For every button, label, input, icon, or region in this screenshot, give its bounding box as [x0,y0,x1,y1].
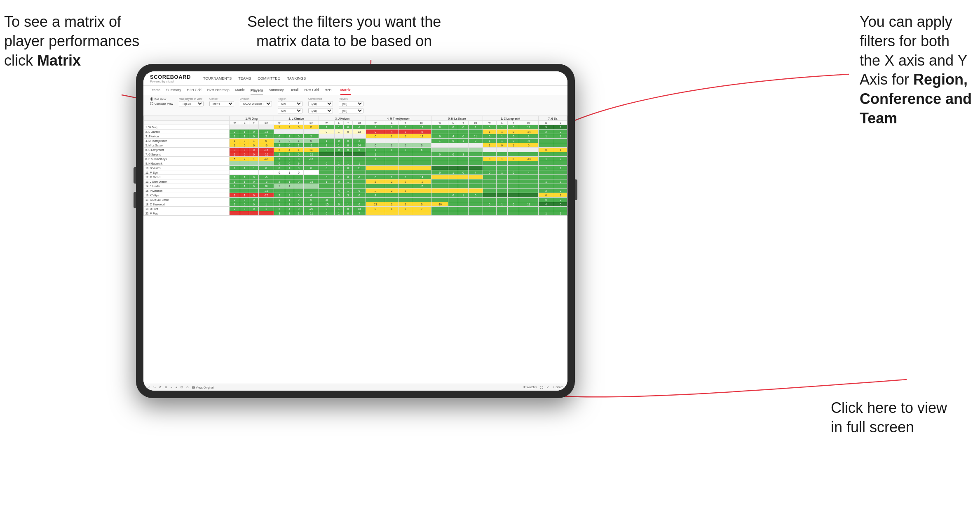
tab-h2h-heatmap[interactable]: H2H Heatmap [207,86,230,95]
toolbar-pointer[interactable]: ⊕ [165,386,167,389]
toolbar-zoom-in[interactable]: + [176,386,177,389]
toolbar-undo[interactable]: ↩ [148,386,150,389]
toolbar-zoom-out[interactable]: − [171,386,172,389]
row-name-4: 4. M Thorbjornsen [144,139,230,143]
gender-select[interactable]: Men's [209,101,234,106]
filter-region: Region N/A N/A [278,97,302,113]
row-name-11: 11. M Ege [144,170,230,175]
tablet-device: SCOREBOARD Powered by clippd TOURNAMENTS… [136,64,575,398]
sub-dif2: Dif [303,121,319,125]
annotation-top-right: You can apply filters for both the X axi… [860,12,972,128]
tab-h2h-2[interactable]: H2H... [325,86,335,95]
radio-full-view[interactable]: Full View [150,97,173,101]
tab-h2h-grid[interactable]: H2H Grid [187,86,201,95]
conference-label: Conference [308,97,333,100]
bottom-toolbar: ↩ ↪ ↺ ⊕ − + ⊡ ⊙ 🖼 View: Original 👁 Watch… [143,384,567,391]
table-row: 7. G Sargent 2 0 0 -16 2 2 0 -15 [144,152,567,157]
col-header-name [144,116,230,121]
sub-dif3: Dif [353,121,366,125]
table-row: 13. J Skov Olesen 1 1 0 -3 2 1 0 -19 1 0… [144,179,567,184]
col-header-6: 6. C Lamprecht [483,116,538,121]
toolbar-refresh[interactable]: ↺ [159,386,162,389]
nav-rankings[interactable]: RANKINGS [286,75,306,81]
sub-l5: L [448,121,458,125]
filter-players: Players (All) (All) [339,97,363,113]
nav-committee[interactable]: COMMITTEE [258,75,280,81]
radio-compact-view[interactable]: Compact View [150,102,173,105]
toolbar-fullscreen[interactable]: ⛶ [540,386,543,389]
tab-matrix-active[interactable]: Matrix [340,86,351,95]
tab-detail[interactable]: Detail [289,86,298,95]
row-name-12: 12. M Riedel [144,175,230,179]
matrix-container[interactable]: 1. W Ding 2. L Clanton 3. J Koivun 4. M … [143,116,567,384]
conference-select[interactable]: (All) [308,101,333,106]
row-name-10: 10. B Valdes [144,166,230,170]
row-name-3: 3. J Koivun [144,134,230,139]
app-header: SCOREBOARD Powered by clippd TOURNAMENTS… [143,71,567,86]
row-name-18: 18. C Sherwood [144,202,230,207]
nav-tournaments[interactable]: TOURNAMENTS [203,75,232,81]
sub-t3: T [343,121,352,125]
row-name-15: 15. P Maichon [144,189,230,193]
row-name-6: 6. C Lamprecht [144,148,230,152]
row-name-7: 7. G Sargent [144,152,230,157]
sub-l4: L [385,121,399,125]
division-select[interactable]: NCAA Division I [240,101,272,106]
region-select-2[interactable]: N/A [278,108,302,113]
max-players-select[interactable]: Top 25 [179,101,204,106]
col-header-5: 5. M La Sasso [431,116,483,121]
tab-matrix-1[interactable]: Matrix [235,86,245,95]
full-view-label: Full View [155,98,166,101]
row-name-17: 17. S De La Fuente [144,198,230,202]
players-label: Players [339,97,363,100]
radio-compact-dot [150,102,153,105]
row-name-20: 20. M Ford [144,211,230,216]
toolbar-view-original[interactable]: 🖼 View: Original [192,386,213,389]
row-name-9: 9. N Gabrelcik [144,161,230,166]
logo-title: SCOREBOARD [150,74,191,80]
filter-max-players: Max players in view Top 25 [179,97,204,106]
sub-col-name [144,121,230,125]
players-select-2[interactable]: (All) [339,108,363,113]
toolbar-share[interactable]: ↗ Share [552,386,563,389]
sub-w4: W [366,121,385,125]
sub-l2: L [285,121,294,125]
row-name-8: 8. P Summerhays [144,157,230,161]
main-nav: TOURNAMENTS TEAMS COMMITTEE RANKINGS [203,75,306,81]
tab-h2h-grid-2[interactable]: H2H Grid [304,86,319,95]
sub-t1: T [249,121,258,125]
nav-teams[interactable]: TEAMS [238,75,251,81]
filter-gender: Gender Men's [209,97,234,106]
radio-full-dot [150,97,153,101]
col-header-2: 2. L Clanton [274,116,319,121]
sub-t2: T [294,121,303,125]
sub-nav: Teams Summary H2H Grid H2H Heatmap Matri… [143,86,567,95]
sub-l3: L [334,121,343,125]
table-row: 9. N Gabrelcik 0 0 9 0 1 1 [144,161,567,166]
filter-bar: Full View Compact View Max players in vi… [143,95,567,116]
toolbar-watch[interactable]: 👁 Watch ▾ [523,386,537,389]
tab-teams[interactable]: Teams [150,86,160,95]
table-row: 10. B Valdes 1 1 1 0 0 1 0 0 0 1 0 [144,166,567,170]
sub-dif4: Dif [412,121,431,125]
toolbar-redo[interactable]: ↪ [153,386,156,389]
sub-dif5: Dif [468,121,483,125]
table-row: 12. M Riedel 1 1 0 -6 3 1 0 [144,175,567,179]
table-row: 19. D Ford 2 0 0 1 2 4 0 -20 0 1 0 [144,207,567,211]
sub-w6: W [483,121,496,125]
tab-players[interactable]: Players [251,86,263,95]
toolbar-fit[interactable]: ⊡ [181,386,183,389]
sub-t5: T [458,121,468,125]
toolbar-expand[interactable]: ⤢ [546,386,549,389]
toolbar-clock[interactable]: ⊙ [186,386,189,389]
max-players-label: Max players in view [179,97,204,100]
compact-view-label: Compact View [155,102,173,105]
players-select[interactable]: (All) [339,101,363,106]
row-name-13: 13. J Skov Olesen [144,179,230,184]
tab-summary[interactable]: Summary [166,86,181,95]
tab-summary-2[interactable]: Summary [269,86,284,95]
conference-select-2[interactable]: (All) [308,108,333,113]
sub-dif6: Dif [519,121,538,125]
region-select[interactable]: N/A [278,101,302,106]
sub-l7: L [554,121,567,125]
